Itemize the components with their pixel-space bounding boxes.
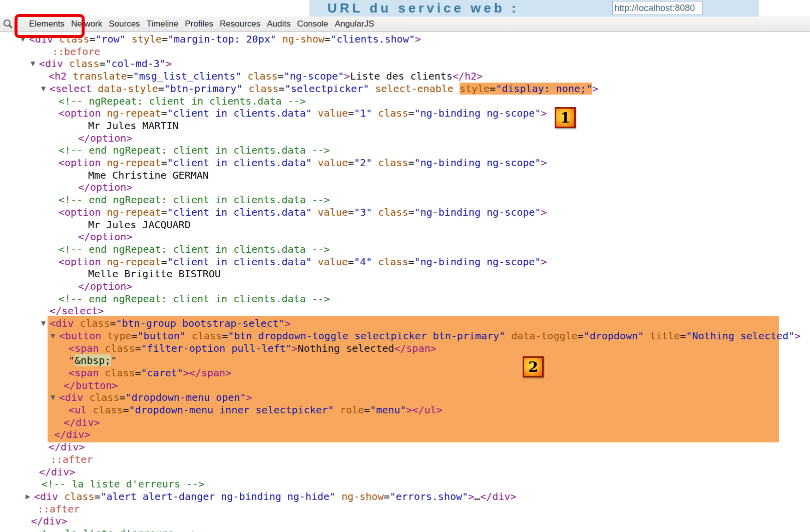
dom-tree-line[interactable]: </option> <box>0 132 810 145</box>
dom-tree-line[interactable]: <!-- end ngRepeat: client in clients.dat… <box>0 243 810 256</box>
collapsed-arrow-icon[interactable]: ▶ <box>26 490 30 503</box>
code-token: class <box>192 330 222 342</box>
tab-resources[interactable]: Resources <box>220 19 260 29</box>
code-token: </option> <box>78 181 132 193</box>
dom-tree-line[interactable]: <!-- la liste d'erreurs --> <box>0 527 810 532</box>
code-token: = <box>123 404 129 416</box>
dom-tree-line[interactable]: <!-- end ngRepeat: client in clients.dat… <box>0 293 810 305</box>
dom-tree-line[interactable]: ▼<select data-style="btn-primary" class=… <box>0 83 810 95</box>
code-token: = <box>680 330 686 342</box>
inspect-magnifier-icon[interactable] <box>3 19 14 30</box>
dom-tree-line[interactable]: <!-- ngRepeat: client in clients.data --… <box>0 95 810 108</box>
code-token: = <box>135 342 141 354</box>
expanded-arrow-icon[interactable]: ▼ <box>51 330 55 342</box>
dom-tree-line[interactable]: ::after <box>0 503 810 515</box>
code-token: translate <box>73 70 127 82</box>
code-token: data-style <box>98 83 158 95</box>
expanded-arrow-icon[interactable]: ▼ <box>51 391 55 404</box>
web-page-strip: URL du service web : <box>0 0 810 17</box>
tab-angularjs[interactable]: AngularJS <box>335 19 374 29</box>
code-token: <button <box>59 330 107 342</box>
dom-tree-line[interactable]: <option ng-repeat="client in clients.dat… <box>0 206 810 219</box>
code-token: ng-repeat <box>107 157 161 169</box>
dom-tree-line[interactable]: </option> <box>0 181 810 194</box>
url-service-input[interactable] <box>612 1 703 15</box>
dom-tree-line[interactable]: </option> <box>0 280 810 293</box>
code-token: > <box>183 367 189 379</box>
dom-tree-line[interactable]: </option> <box>0 231 810 243</box>
dom-tree-line[interactable]: ::after <box>0 453 810 466</box>
dom-tree-line[interactable]: </div> <box>0 515 810 527</box>
code-token: <span <box>69 342 105 354</box>
dom-tree-line[interactable]: </div> <box>0 416 810 429</box>
code-token <box>372 206 378 218</box>
code-token: <option <box>59 256 107 268</box>
dom-tree-line[interactable]: Mr Jules JACQUARD <box>0 219 810 231</box>
code-token: "button" <box>138 330 186 342</box>
dom-tree-line[interactable]: Melle Brigitte BISTROU <box>0 268 810 280</box>
dom-tree-line[interactable]: "&nbsp;" <box>0 354 810 367</box>
tab-profiles[interactable]: Profiles <box>185 19 213 29</box>
expanded-arrow-icon[interactable]: ▼ <box>31 58 35 70</box>
dom-tree-line[interactable]: </select> <box>0 305 810 317</box>
dom-tree-line[interactable]: ▼<button type="button" class="btn dropdo… <box>0 330 810 342</box>
dom-tree-line[interactable]: ▼<div class="col-md-3"> <box>0 58 810 70</box>
expanded-arrow-icon[interactable]: ▼ <box>41 83 46 95</box>
dom-tree-line[interactable]: <!-- la liste d'erreurs --> <box>0 478 810 490</box>
dom-tree-line[interactable]: ▼<div class="row" style="margin-top: 20p… <box>0 33 810 46</box>
tab-sources[interactable]: Sources <box>109 19 140 29</box>
dom-tree-line[interactable]: <!-- end ngRepeat: client in clients.dat… <box>0 194 810 206</box>
code-token: = <box>348 157 354 169</box>
code-token: Mr Jules JACQUARD <box>88 219 191 231</box>
code-token: = <box>408 107 414 119</box>
code-token: class <box>69 58 99 70</box>
dom-tree-line[interactable]: <!-- end ngRepeat: client in clients.dat… <box>0 144 810 157</box>
code-token: "dropdown-menu inner selectpicker" <box>129 404 333 416</box>
dom-tree-line[interactable]: <option ng-repeat="client in clients.dat… <box>0 107 810 120</box>
dom-tree-line[interactable]: <option ng-repeat="client in clients.dat… <box>0 256 810 268</box>
code-token <box>369 83 375 95</box>
dom-tree-line[interactable]: ::before <box>0 46 810 58</box>
code-token <box>372 256 378 268</box>
code-token: = <box>161 157 167 169</box>
code-token: <select <box>50 83 98 95</box>
code-token: "msg_list_clients" <box>133 70 242 82</box>
dom-tree-line[interactable]: Mme Christine GERMAN <box>0 169 810 182</box>
code-token: "row" <box>95 33 125 45</box>
expanded-arrow-icon[interactable]: ▼ <box>41 317 46 330</box>
dom-tree-line[interactable]: <span class="filter-option pull-left">No… <box>0 342 810 355</box>
code-token: "client in clients.data" <box>167 157 312 169</box>
dom-tree-line[interactable]: </div> <box>0 466 810 478</box>
code-token: </div> <box>39 466 75 478</box>
dom-tree-line[interactable]: </div> <box>0 441 810 453</box>
dom-tree-line[interactable]: </button> <box>0 379 810 392</box>
dom-tree-line[interactable]: <option ng-repeat="client in clients.dat… <box>0 157 810 169</box>
code-token: </option> <box>78 280 132 292</box>
dom-tree-line[interactable]: <h2 translate="msg_list_clients" class="… <box>0 70 810 83</box>
tab-timeline[interactable]: Timeline <box>147 19 179 29</box>
dom-tree-line[interactable]: <span class="caret"></span> <box>0 367 810 379</box>
dom-tree-line[interactable]: ▶<div class="alert alert-danger ng-bindi… <box>0 490 810 503</box>
code-token <box>276 33 282 45</box>
dom-tree-line[interactable]: ▼<div class="dropdown-menu open"> <box>0 391 810 404</box>
code-token: </div> <box>64 416 100 428</box>
tab-audits[interactable]: Audits <box>267 19 290 29</box>
tab-console[interactable]: Console <box>297 19 328 29</box>
code-token: <option <box>59 206 107 218</box>
dom-tree-line[interactable]: ▼<div class="btn-group bootstrap-select"… <box>0 317 810 330</box>
code-token: </span> <box>394 342 436 354</box>
code-token: "client in clients.data" <box>167 256 312 268</box>
code-token: = <box>408 157 414 169</box>
code-token: = <box>364 404 370 416</box>
code-token: "btn-group bootstrap-select" <box>116 317 284 329</box>
code-token: <!-- end ngRepeat: client in clients.dat… <box>59 243 330 255</box>
code-token: "dropdown-menu open" <box>125 391 246 403</box>
code-token: <!-- la liste d'erreurs --> <box>42 478 204 490</box>
code-token: = <box>162 33 168 45</box>
code-token: = <box>161 206 167 218</box>
code-token: value <box>318 256 348 268</box>
code-token: type <box>107 330 131 342</box>
dom-tree-line[interactable]: <ul class="dropdown-menu inner selectpic… <box>0 404 810 416</box>
dom-tree-line[interactable]: </div> <box>0 428 810 441</box>
dom-tree-line[interactable]: Mr Jules MARTIN <box>0 120 810 132</box>
